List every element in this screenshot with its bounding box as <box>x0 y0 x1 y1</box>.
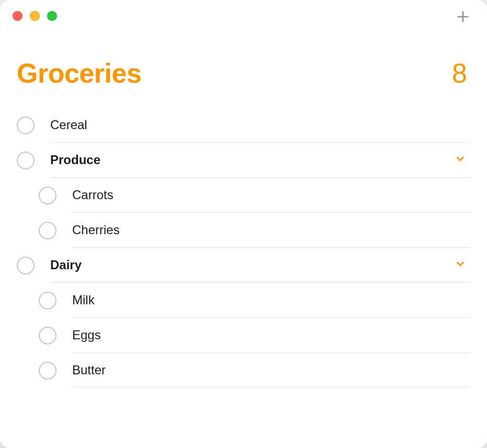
list-title: Groceries <box>17 58 141 89</box>
minimize-button[interactable] <box>30 11 40 21</box>
complete-toggle[interactable] <box>39 292 56 309</box>
reminder-subitem[interactable]: Carrots <box>17 178 470 213</box>
reminder-row-body: Carrots <box>72 178 470 213</box>
chevron-down-icon <box>455 258 466 272</box>
reminder-group-label: Dairy <box>50 258 82 272</box>
reminder-subitem[interactable]: Milk <box>17 283 470 318</box>
reminder-row-body: Eggs <box>72 318 470 353</box>
reminder-group-label: Produce <box>50 153 100 167</box>
reminder-subitem[interactable]: Butter <box>17 353 470 388</box>
complete-toggle[interactable] <box>17 257 35 274</box>
complete-toggle[interactable] <box>39 222 56 239</box>
reminder-label: Carrots <box>72 188 114 202</box>
reminder-row-body: Cherries <box>72 213 470 248</box>
reminder-row-body: Cereal <box>50 108 470 143</box>
complete-toggle[interactable] <box>39 187 56 204</box>
reminder-label: Eggs <box>72 328 101 342</box>
reminder-subitem[interactable]: Cherries <box>17 213 470 248</box>
plus-icon <box>456 9 470 26</box>
reminder-row-body: Milk <box>72 283 470 318</box>
reminder-group[interactable]: Dairy <box>17 248 470 283</box>
add-reminder-button[interactable] <box>452 7 473 28</box>
complete-toggle[interactable] <box>39 327 56 344</box>
reminder-subitem[interactable]: Eggs <box>17 318 470 353</box>
list-count: 8 <box>452 58 467 89</box>
reminder-item[interactable]: Cereal <box>17 108 470 143</box>
complete-toggle[interactable] <box>17 117 35 134</box>
reminder-row-body: Dairy <box>50 248 470 283</box>
reminder-label: Cereal <box>50 118 87 132</box>
close-button[interactable] <box>13 11 22 21</box>
complete-toggle[interactable] <box>17 152 35 169</box>
reminder-group[interactable]: Produce <box>17 143 470 178</box>
reminder-label: Cherries <box>72 223 120 237</box>
reminder-row-body: Butter <box>72 353 470 388</box>
reminder-row-body: Produce <box>50 143 470 178</box>
reminders-window: Groceries 8 Cereal Produce <box>0 0 487 448</box>
reminder-label: Milk <box>72 293 95 307</box>
complete-toggle[interactable] <box>39 362 56 380</box>
collapse-toggle[interactable] <box>455 258 466 272</box>
list-header: Groceries 8 <box>17 58 470 89</box>
zoom-button[interactable] <box>47 11 57 21</box>
chevron-down-icon <box>455 153 466 167</box>
collapse-toggle[interactable] <box>455 153 466 167</box>
reminder-list: Cereal Produce <box>17 108 470 388</box>
traffic-lights <box>13 11 57 21</box>
reminder-label: Butter <box>72 363 106 377</box>
titlebar <box>0 0 487 31</box>
list-content: Groceries 8 Cereal Produce <box>0 0 487 388</box>
